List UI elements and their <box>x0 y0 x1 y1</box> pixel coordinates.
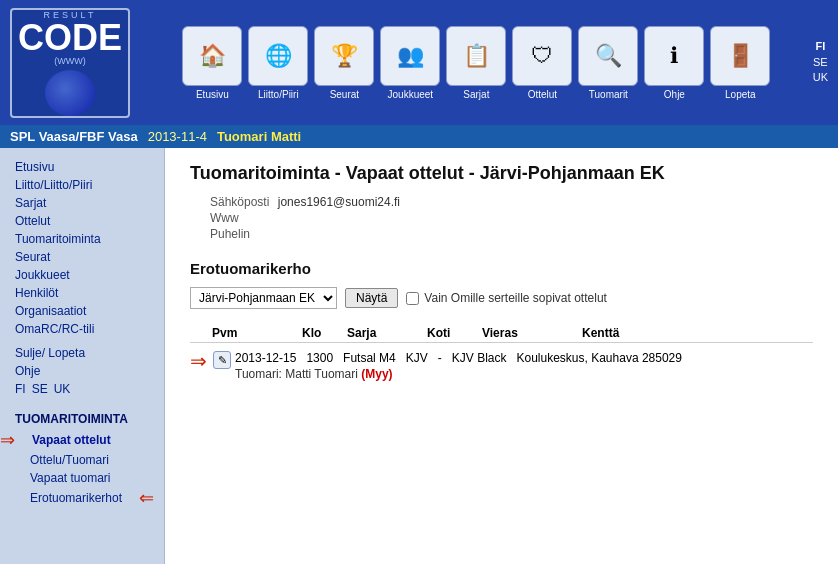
sidebar-item-vapaat-tuomari[interactable]: Vapaat tuomari <box>0 469 126 487</box>
main-content: Tuomaritoiminta - Vapaat ottelut - Järvi… <box>165 148 838 564</box>
row-badge: (Myy) <box>361 367 392 381</box>
nav-liitto-label: Liitto/Piiri <box>258 89 299 100</box>
col-edit <box>190 326 212 340</box>
sidebar-item-seurat[interactable]: Seurat <box>0 248 164 266</box>
logo: RESULT CODE (WWW) <box>10 8 130 118</box>
nav-etusivu-label: Etusivu <box>196 89 229 100</box>
sidebar-item-vapaat-ottelut[interactable]: Vapaat ottelut <box>17 431 126 449</box>
nav-seurat-label: Seurat <box>330 89 359 100</box>
sidebar-erotuomarikerhot-row: Erotuomarikerhot ⇐ <box>0 487 164 509</box>
row-series: Futsal M4 <box>343 351 396 365</box>
lang-se[interactable]: SE <box>813 55 828 70</box>
col-sarja: Sarja <box>347 326 427 340</box>
col-klo: Klo <box>302 326 347 340</box>
nav-ottelut[interactable]: 🛡 Ottelut <box>512 26 572 100</box>
lang-uk[interactable]: UK <box>813 70 828 85</box>
edit-icon[interactable]: ✎ <box>213 351 231 369</box>
email-value: jones1961@suomi24.fi <box>278 195 400 209</box>
nav-seurat[interactable]: 🏆 Seurat <box>314 26 374 100</box>
layout: Etusivu Liitto/Liitto/Piiri Sarjat Ottel… <box>0 148 838 564</box>
header: RESULT CODE (WWW) 🏠 Etusivu 🌐 Liitto/Pii… <box>0 0 838 125</box>
nav-liitto[interactable]: 🌐 Liitto/Piiri <box>248 26 308 100</box>
nav-tuomarit-label: Tuomarit <box>589 89 628 100</box>
nav-etusivu-icon[interactable]: 🏠 <box>182 26 242 86</box>
sidebar-item-henkilot[interactable]: Henkilöt <box>0 284 164 302</box>
table-row: ⇒ ✎ 2013-12-15 1300 Futsal M4 KJV - KJV … <box>190 347 813 385</box>
sidebar-lang-uk[interactable]: UK <box>54 382 71 396</box>
row-arrow-icon: ⇒ <box>190 351 207 371</box>
nav-liitto-icon[interactable]: 🌐 <box>248 26 308 86</box>
kerho-dropdown[interactable]: Järvi-Pohjanmaan EK <box>190 287 337 309</box>
row-home: KJV <box>406 351 428 365</box>
lang-fi[interactable]: FI <box>815 39 825 54</box>
arrow-right-icon: ⇒ <box>0 429 15 451</box>
row-data: 2013-12-15 1300 Futsal M4 KJV - KJV Blac… <box>235 351 682 381</box>
nav-ottelut-label: Ottelut <box>528 89 557 100</box>
sidebar-item-etusivu[interactable]: Etusivu <box>0 158 164 176</box>
sidebar-item-omarc[interactable]: OmaRC/RC-tili <box>0 320 164 338</box>
row-line1: 2013-12-15 1300 Futsal M4 KJV - KJV Blac… <box>235 351 682 365</box>
sidebar-section-tuomaritoiminta: TUOMARITOIMINTA <box>0 404 164 429</box>
arrow-left-icon: ⇐ <box>139 487 154 509</box>
nav-lopeta-icon[interactable]: 🚪 <box>710 26 770 86</box>
email-row: Sähköposti jones1961@suomi24.fi <box>190 194 813 210</box>
col-kentta: Kenttä <box>582 326 813 340</box>
nav-seurat-icon[interactable]: 🏆 <box>314 26 374 86</box>
nav-lopeta[interactable]: 🚪 Lopeta <box>710 26 770 100</box>
row-line2: Tuomari: Matti Tuomari (Myy) <box>235 367 682 381</box>
nav-sarjat[interactable]: 📋 Sarjat <box>446 26 506 100</box>
row-referee: Tuomari: Matti Tuomari <box>235 367 358 381</box>
row-time: 1300 <box>306 351 333 365</box>
www-label: Www <box>210 211 239 225</box>
sidebar: Etusivu Liitto/Liitto/Piiri Sarjat Ottel… <box>0 148 165 564</box>
col-vieras: Vieras <box>482 326 582 340</box>
page-title: Tuomaritoiminta - Vapaat ottelut - Järvi… <box>190 163 813 184</box>
breadcrumb-date: 2013-11-4 <box>148 129 207 144</box>
sidebar-item-tuomaritoiminta[interactable]: Tuomaritoiminta <box>0 230 164 248</box>
sidebar-item-organisaatiot[interactable]: Organisaatiot <box>0 302 164 320</box>
row-venue: Koulukeskus, Kauhava 285029 <box>516 351 681 365</box>
nayta-button[interactable]: Näytä <box>345 288 398 308</box>
phone-row: Puhelin <box>190 226 813 242</box>
nav-tuomarit[interactable]: 🔍 Tuomarit <box>578 26 638 100</box>
sidebar-item-ottelut[interactable]: Ottelut <box>0 212 164 230</box>
row-dash: - <box>438 351 442 365</box>
row-away: KJV Black <box>452 351 507 365</box>
col-koti: Koti <box>427 326 482 340</box>
sidebar-ottelu-tuomari-row: Ottelu/Tuomari <box>0 451 164 469</box>
section-erotuomarikerho: Erotuomarikerho <box>190 260 813 277</box>
sidebar-item-sulje[interactable]: Sulje/ Lopeta <box>0 344 164 362</box>
nav-ohje[interactable]: ℹ Ohje <box>644 26 704 100</box>
nav-sarjat-icon[interactable]: 📋 <box>446 26 506 86</box>
omille-checkbox[interactable] <box>406 292 419 305</box>
sidebar-lang-fi[interactable]: FI <box>15 382 26 396</box>
nav-tuomarit-icon[interactable]: 🔍 <box>578 26 638 86</box>
sidebar-lang-se[interactable]: SE <box>32 382 48 396</box>
sidebar-item-joukkueet[interactable]: Joukkueet <box>0 266 164 284</box>
logo-code: CODE <box>18 20 122 56</box>
email-label: Sähköposti <box>210 195 269 209</box>
sidebar-item-liitto[interactable]: Liitto/Liitto/Piiri <box>0 176 164 194</box>
nav-icons: 🏠 Etusivu 🌐 Liitto/Piiri 🏆 Seurat 👥 Jouk… <box>150 26 803 100</box>
nav-ottelut-icon[interactable]: 🛡 <box>512 26 572 86</box>
breadcrumb-org: SPL Vaasa/FBF Vasa <box>10 129 138 144</box>
nav-joukkueet-label: Joukkueet <box>388 89 434 100</box>
breadcrumb-bar: SPL Vaasa/FBF Vasa 2013-11-4 Tuomari Mat… <box>0 125 838 148</box>
col-pvm: Pvm <box>212 326 302 340</box>
sidebar-item-ottelu-tuomari[interactable]: Ottelu/Tuomari <box>0 451 124 469</box>
nav-ohje-label: Ohje <box>664 89 685 100</box>
nav-joukkueet-icon[interactable]: 👥 <box>380 26 440 86</box>
nav-etusivu[interactable]: 🏠 Etusivu <box>182 26 242 100</box>
sidebar-item-ohje[interactable]: Ohje <box>0 362 164 380</box>
sidebar-item-sarjat[interactable]: Sarjat <box>0 194 164 212</box>
logo-globe <box>45 70 95 116</box>
www-row: Www <box>190 210 813 226</box>
nav-ohje-icon[interactable]: ℹ <box>644 26 704 86</box>
checkbox-row: Vain Omille serteille sopivat ottelut <box>406 291 607 305</box>
table-header: Pvm Klo Sarja Koti Vieras Kenttä <box>190 324 813 343</box>
filter-row: Järvi-Pohjanmaan EK Näytä Vain Omille se… <box>190 287 813 309</box>
nav-joukkueet[interactable]: 👥 Joukkueet <box>380 26 440 100</box>
sidebar-item-erotuomarikerhot[interactable]: Erotuomarikerhot <box>0 489 137 507</box>
sidebar-vapaat-ottelut-row: ⇒ Vapaat ottelut <box>0 429 164 451</box>
checkbox-label: Vain Omille serteille sopivat ottelut <box>424 291 607 305</box>
